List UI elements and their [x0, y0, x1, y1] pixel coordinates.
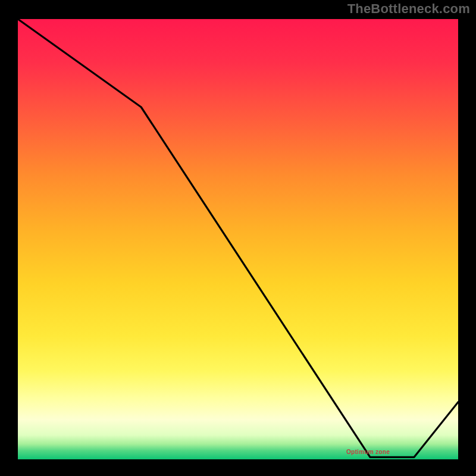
plot-background — [18, 19, 458, 459]
optimum-dip-label: Optimum zone — [346, 449, 390, 455]
bottleneck-chart — [0, 0, 476, 476]
chart-stage: TheBottleneck.com Optimum zone — [0, 0, 476, 476]
